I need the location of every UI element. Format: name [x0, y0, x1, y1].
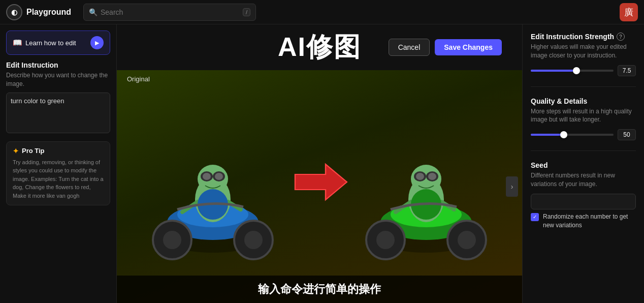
- canvas-image-area: Original: [117, 70, 522, 303]
- quality-slider[interactable]: 50: [531, 129, 636, 140]
- logo-area: ◐ Playground: [6, 4, 77, 20]
- canvas-title: AI修图: [278, 29, 361, 65]
- frog-right: [360, 105, 492, 268]
- search-icon: 🔍: [89, 8, 98, 16]
- save-changes-button[interactable]: Save Changes: [435, 39, 502, 55]
- quality-value: 50: [618, 129, 636, 140]
- quality-fill: [531, 134, 564, 136]
- instruction-textarea[interactable]: turn color to green: [6, 93, 110, 133]
- cancel-button[interactable]: Cancel: [389, 39, 430, 56]
- logo-label: Playground: [26, 8, 71, 17]
- quality-track: [531, 134, 614, 136]
- seed-title: Seed: [531, 161, 636, 169]
- quality-title: Quality & Details: [531, 97, 636, 105]
- edit-instruction-title: Edit Instruction: [6, 61, 110, 69]
- image-container: Original: [117, 70, 522, 303]
- svg-point-11: [203, 173, 211, 180]
- edit-strength-section: Edit Instruction Strength ? Higher value…: [531, 33, 636, 76]
- svg-point-29: [428, 173, 436, 180]
- svg-point-23: [458, 231, 476, 249]
- left-sidebar: 📖 Learn how to edit ▶ Edit Instruction D…: [0, 24, 117, 303]
- overlay-text: 输入命令进行简单的操作: [117, 276, 522, 303]
- avatar[interactable]: 廣: [620, 3, 638, 21]
- edit-strength-fill: [531, 70, 576, 72]
- seed-desc: Different numbers result in new variatio…: [531, 171, 636, 189]
- divider-2: [531, 150, 636, 151]
- topnav: ◐ Playground 🔍 / 廣: [0, 0, 644, 24]
- svg-point-21: [376, 231, 395, 249]
- svg-point-28: [416, 173, 424, 180]
- randomize-label: Randomize each number to get new variati…: [543, 213, 636, 230]
- logo-icon: ◐: [6, 4, 22, 20]
- canvas-header: AI修图 Cancel Save Changes: [117, 24, 522, 70]
- canvas-body: Original: [117, 70, 522, 303]
- learn-btn-label: Learn how to edit: [25, 39, 76, 47]
- main-layout: 📖 Learn how to edit ▶ Edit Instruction D…: [0, 24, 644, 303]
- svg-point-12: [215, 173, 223, 180]
- edit-strength-value: 7.5: [618, 65, 636, 76]
- pro-tip-box: ✦ Pro Tip Try adding, removing, or think…: [6, 141, 110, 206]
- header-actions: Cancel Save Changes: [389, 39, 502, 56]
- book-icon: 📖: [13, 38, 22, 47]
- divider-1: [531, 86, 636, 87]
- frog-left: [147, 105, 279, 268]
- edit-strength-track: [531, 70, 614, 72]
- svg-marker-16: [295, 164, 347, 200]
- randomize-row: ✓ Randomize each number to get new varia…: [531, 213, 636, 230]
- search-shortcut: /: [243, 8, 250, 16]
- edit-strength-info-icon[interactable]: ?: [617, 33, 625, 41]
- star-icon: ✦: [13, 147, 19, 155]
- scroll-right-button[interactable]: ›: [506, 176, 518, 197]
- svg-point-6: [244, 231, 263, 249]
- quality-desc: More steps will result in a high quality…: [531, 107, 636, 125]
- search-bar[interactable]: 🔍 /: [83, 4, 256, 21]
- edit-strength-slider[interactable]: 7.5: [531, 65, 636, 76]
- center-area: AI修图 Cancel Save Changes Original: [117, 24, 522, 303]
- quality-thumb[interactable]: [560, 131, 567, 138]
- quality-section: Quality & Details More steps will result…: [531, 97, 636, 141]
- edit-strength-thumb[interactable]: [573, 67, 580, 74]
- frog-scene: [117, 70, 522, 303]
- search-input[interactable]: [101, 8, 240, 16]
- edit-strength-desc: Higher values will make your edited imag…: [531, 43, 636, 60]
- seed-section: Seed Different numbers result in new var…: [531, 161, 636, 229]
- right-sidebar: Edit Instruction Strength ? Higher value…: [522, 24, 644, 303]
- pro-tip-text: Try adding, removing, or thinking of sty…: [13, 158, 104, 200]
- svg-point-4: [163, 231, 181, 249]
- randomize-checkbox[interactable]: ✓: [531, 213, 539, 221]
- seed-input[interactable]: [531, 194, 636, 209]
- edit-instruction-section: Edit Instruction Describe how you want t…: [6, 61, 110, 135]
- edit-instruction-desc: Describe how you want to change the imag…: [6, 71, 110, 88]
- pro-tip-title: Pro Tip: [22, 147, 45, 155]
- learn-how-to-edit-button[interactable]: 📖 Learn how to edit ▶: [6, 31, 110, 55]
- comparison-arrow: [289, 162, 350, 212]
- play-icon: ▶: [90, 36, 104, 49]
- edit-strength-title: Edit Instruction Strength ?: [531, 33, 636, 41]
